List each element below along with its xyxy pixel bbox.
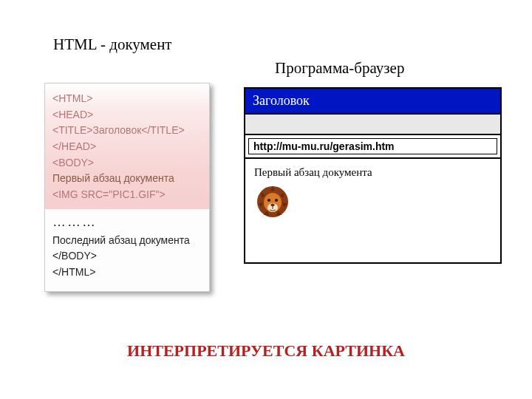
code-line: <IMG SRC="PIC1.GIF"> [52,187,202,203]
source-code-rest: ……… Последний абзац документа </BODY> </… [45,209,209,291]
code-ellipsis: ……… [52,212,202,233]
browser-paragraph: Первый абзац документа [254,166,491,179]
source-code-panel: <HTML> <HEAD> <TITLE>Заголовок</TITLE> <… [44,83,210,292]
browser-address-row: http://mu-mu.ru/gerasim.htm [245,135,500,159]
code-line: <HEAD> [52,107,202,123]
code-line: <HTML> [52,91,202,107]
code-line: <TITLE>Заголовок</TITLE> [52,123,202,139]
heading-browser: Программа-браузер [275,59,404,78]
code-line: </HTML> [52,265,202,281]
heading-html-document: HTML - документ [53,35,172,54]
code-line: <BODY> [52,155,202,171]
lion-image-icon [254,183,291,220]
code-line: Последний абзац документа [52,233,202,249]
source-code-highlighted: <HTML> <HEAD> <TITLE>Заголовок</TITLE> <… [45,83,209,209]
browser-titlebar: Заголовок [245,89,500,115]
browser-content: Первый абзац документа [245,159,500,262]
code-line: Первый абзац документа [52,171,202,187]
code-line: </BODY> [52,248,202,265]
svg-point-3 [267,199,270,202]
browser-window: Заголовок http://mu-mu.ru/gerasim.htm Пе… [244,87,502,264]
footer-caption: ИНТЕРПРЕТИРУЕТСЯ КАРТИНКА [0,341,532,361]
browser-address-bar[interactable]: http://mu-mu.ru/gerasim.htm [248,138,497,154]
code-line: </HEAD> [52,139,202,155]
browser-toolbar [245,115,500,135]
svg-point-4 [275,199,278,202]
